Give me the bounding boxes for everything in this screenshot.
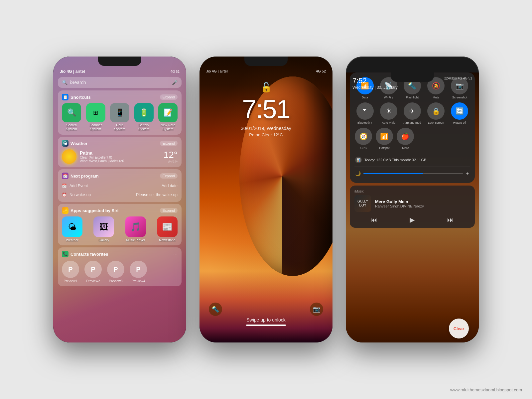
weather-content: Patna Clear (Air Excellent 0) Wind: West… (62, 149, 178, 164)
search-bar-1[interactable]: 🔍 iSearch 🎤 (58, 77, 182, 88)
phone-1-screen: Jio 4G | airtel 4G 51 🔍 iSearch 🎤 📋 (53, 57, 186, 342)
notch-2 (244, 57, 288, 66)
siri-header: ✨ Apps suggested by Siri Expand (62, 207, 178, 214)
siri-gallery-label: Gallery (98, 238, 109, 242)
alarm-icon: ⏰ (62, 193, 67, 197)
battery-icon: 🔋 (134, 103, 154, 122)
cc-btn-hotspot[interactable]: 📶 Hotspot (375, 128, 394, 150)
cc-btn-imore[interactable]: 🍎 iMore (396, 128, 414, 150)
lock-flashlight-icon[interactable]: 🔦 (209, 303, 222, 316)
avatar-3: P (107, 261, 124, 278)
lock-time: 7:51 (242, 94, 290, 124)
cc-mute-label: Mute (433, 96, 439, 99)
wakeup-left: ⏰ No wake-up (62, 193, 91, 197)
cc-btn-autovivid[interactable]: ☀ Auto Vivid (378, 102, 399, 124)
add-event-label: Add Event (69, 184, 88, 188)
shortcut-search[interactable]: 🔍 SearchSystem (62, 103, 81, 131)
contact-4[interactable]: P Preview4 (130, 261, 147, 283)
contact-3[interactable]: P Preview3 (107, 261, 124, 283)
phone-1-bg: Jio 4G | airtel 4G 51 🔍 iSearch 🎤 📋 (53, 57, 186, 342)
set-wakeup-label[interactable]: Please set the wake-up (136, 193, 178, 197)
cc-lockscreen-icon: 🔒 (427, 102, 445, 120)
weather-title: Weather (70, 141, 87, 146)
siri-widget: ✨ Apps suggested by Siri Expand 🌤 Weathe… (58, 204, 182, 245)
cc-gps-label: GPS (360, 146, 367, 150)
swipe-up: Swipe up to unlock (246, 317, 286, 326)
cc-data-usage-text: Today: 122.0MB This month: 32.11GB (364, 158, 426, 162)
card-label: CardSystem (114, 123, 125, 131)
prev-btn[interactable]: ⏮ (371, 216, 377, 224)
cc-autovivid-label: Auto Vivid (382, 121, 395, 124)
contact-2[interactable]: P Preview2 (84, 261, 102, 283)
cc-lockscreen-label: Lock screen (428, 121, 444, 124)
swipe-line (246, 325, 286, 326)
cc-divider-2 (354, 167, 470, 167)
cc-brightness: 🌙 ✦ (354, 169, 470, 178)
siri-music-label: Music Player (126, 238, 145, 242)
watermark: www.miuithemesxiaomi.blogspot.com (450, 387, 522, 392)
siri-app-weather[interactable]: 🌤 Weather (62, 216, 82, 242)
avatar-4: P (130, 261, 147, 278)
weather-wind: Wind: West,1km/h | Moisture6 (80, 159, 124, 163)
siri-expand[interactable]: Expand (160, 208, 178, 213)
shortcut-scanner[interactable]: ⊞ ScannerSystem (86, 103, 105, 131)
shortcut-card[interactable]: 📱 CardSystem (110, 103, 129, 131)
lock-signal: 4G 52 (316, 69, 326, 73)
notch-1 (98, 57, 141, 66)
phone-3-bg: 7:52 Wednesday | 30, January 224KB/s 4G … (346, 72, 479, 342)
shortcuts-title-group: 📋 Shortcuts (62, 94, 91, 100)
play-btn[interactable]: ▶ (410, 216, 415, 224)
cc-btn-gps[interactable]: 🧭 GPS (354, 128, 373, 150)
weather-widget: 🌤 Weather Expand Patna Clear (Air Excell… (58, 137, 182, 167)
lock-date: 30/01/2019, Wednesday (241, 126, 291, 131)
scanner-label: ScannerSystem (89, 123, 102, 131)
cc-btn-bluetooth[interactable]: Bluetooth ↑ (354, 102, 375, 124)
phone-2-screen: Jio 4G | airtel 4G 52 🔓 7:51 30/01/2019,… (200, 57, 332, 342)
next-program-expand[interactable]: Expand (160, 173, 178, 179)
status-right-1: 4G 51 (171, 70, 180, 73)
cc-imore-label: iMore (401, 146, 409, 150)
song-artist: Ranveer Singh,DIVINE,Naezy (375, 204, 424, 208)
contacts-header: 📞 Contacts favorites ··· (62, 251, 178, 257)
phone-1: Jio 4G | airtel 4G 51 🔍 iSearch 🎤 📋 (53, 57, 186, 342)
avatar-1: P (62, 261, 79, 278)
siri-music-icon: 🎵 (125, 216, 146, 237)
skip-btn[interactable]: ⏭ (447, 216, 454, 224)
song-title: Mere Gully Mein (375, 199, 424, 204)
phone-2: Jio 4G | airtel 4G 52 🔓 7:51 30/01/2019,… (200, 57, 332, 342)
weather-header: 🌤 Weather Expand (62, 140, 178, 147)
signal-text-1: 4G 51 (171, 70, 180, 73)
cc-divider-1 (354, 153, 470, 153)
siri-weather-label: Weather (66, 238, 78, 242)
notch-3 (391, 72, 434, 82)
siri-app-music[interactable]: 🎵 Music Player (125, 216, 146, 242)
cc-btn-airplane[interactable]: ✈ Airplane mod (402, 102, 423, 124)
shortcuts-header: 📋 Shortcuts Expand (62, 94, 178, 100)
shortcut-battery[interactable]: 🔋 BatterySystem (134, 103, 154, 131)
cc-airplane-icon: ✈ (404, 102, 421, 120)
search-system-icon: 🔍 (62, 103, 81, 122)
weather-expand[interactable]: Expand (160, 141, 178, 146)
contacts-more[interactable]: ··· (173, 251, 178, 257)
shortcut-newnote[interactable]: 📝 New NoteSystem (158, 103, 178, 131)
siri-app-gallery[interactable]: 🖼 Gallery (93, 216, 114, 242)
brightness-moon-icon: 🌙 (355, 171, 361, 176)
next-program-title-group: 📅 Next program (62, 173, 99, 179)
clear-button[interactable]: Clear (449, 319, 469, 338)
siri-app-newsstand[interactable]: 📰 Newsstand (157, 216, 178, 242)
wakeup-row: ⏰ No wake-up Please set the wake-up (62, 191, 178, 199)
cc-rotate-label: Rotate off (453, 121, 466, 124)
cc-btn-rotate[interactable]: 🔄 Rotate off (449, 102, 470, 124)
lock-camera-icon[interactable]: 📷 (310, 303, 323, 316)
cc-data-usage-icon: 📊 (355, 157, 362, 163)
shortcuts-icon: 📋 (62, 94, 68, 100)
shortcuts-expand[interactable]: Expand (160, 94, 178, 100)
brightness-bar-container[interactable] (363, 173, 463, 174)
cc-btn-lockscreen[interactable]: 🔒 Lock screen (426, 102, 447, 124)
contact-1[interactable]: P Preview1 (62, 261, 79, 283)
weather-info: Patna Clear (Air Excellent 0) Wind: West… (80, 150, 124, 163)
add-date-label[interactable]: Add date (162, 184, 178, 188)
siri-title-group: ✨ Apps suggested by Siri (62, 207, 118, 214)
lock-bottom-icons: 🔦 📷 (200, 303, 332, 316)
phone-2-bg: Jio 4G | airtel 4G 52 🔓 7:51 30/01/2019,… (200, 57, 332, 342)
